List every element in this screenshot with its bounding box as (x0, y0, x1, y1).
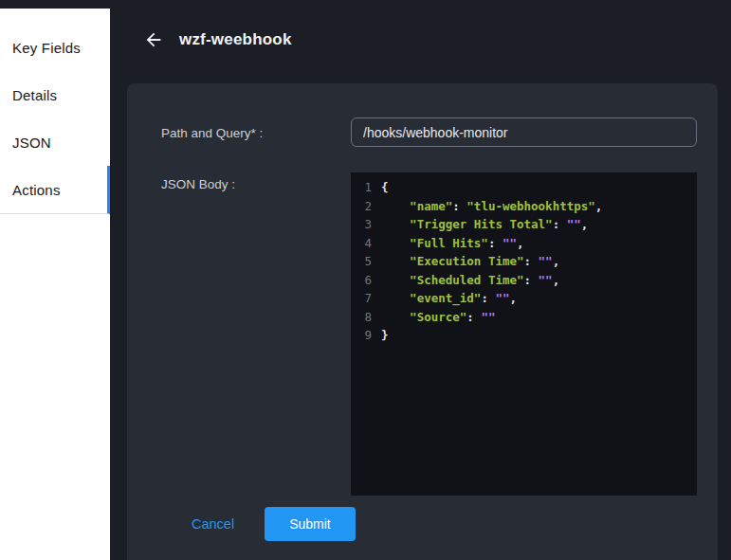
actions-panel: Path and Query* : JSON Body : 1{2 "name"… (127, 83, 718, 560)
code-line: 4 "Full Hits": "", (351, 234, 697, 253)
line-number: 9 (351, 326, 381, 345)
line-number: 5 (351, 252, 381, 271)
line-number: 1 (351, 178, 381, 197)
sidebar: Key FieldsDetailsJSONActions (0, 9, 110, 560)
path-row: Path and Query* : (161, 117, 697, 147)
code-line: 2 "name": "tlu-webhookhttps", (351, 197, 697, 216)
back-button[interactable] (142, 28, 165, 51)
path-label: Path and Query* : (161, 117, 351, 147)
code-line: 7 "event_id": "", (351, 289, 697, 308)
line-number: 2 (351, 197, 381, 216)
code-line: 5 "Execution Time": "", (351, 252, 697, 271)
code-line: 3 "Trigger Hits Total": "", (351, 215, 697, 234)
submit-button[interactable]: Submit (265, 507, 356, 541)
json-body-label: JSON Body : (161, 172, 351, 496)
sidebar-item-json[interactable]: JSON (0, 118, 110, 166)
form-actions: Cancel Submit (161, 507, 697, 541)
page-title: wzf-weebhook (179, 30, 292, 49)
json-body-row: JSON Body : 1{2 "name": "tlu-webhookhttp… (161, 172, 697, 496)
path-input[interactable] (351, 117, 697, 147)
line-number: 6 (351, 271, 381, 290)
json-code-editor[interactable]: 1{2 "name": "tlu-webhookhttps",3 "Trigge… (351, 172, 697, 496)
code-line: 8 "Source": "" (351, 308, 697, 327)
cancel-button[interactable]: Cancel (180, 509, 246, 539)
code-line: 6 "Scheduled Time": "", (351, 271, 697, 290)
detail-header: wzf-weebhook (110, 0, 731, 51)
sidebar-item-details[interactable]: Details (0, 71, 110, 118)
code-line: 9} (351, 326, 697, 345)
main-area: wzf-weebhook Path and Query* : JSON Body… (110, 0, 731, 560)
line-number: 8 (351, 308, 381, 327)
line-number: 7 (351, 289, 381, 308)
line-number: 3 (351, 215, 381, 234)
arrow-left-icon (143, 29, 164, 50)
code-line: 1{ (351, 178, 697, 197)
line-number: 4 (351, 234, 381, 253)
sidebar-item-key-fields[interactable]: Key Fields (0, 24, 110, 71)
sidebar-item-actions[interactable]: Actions (0, 166, 110, 214)
